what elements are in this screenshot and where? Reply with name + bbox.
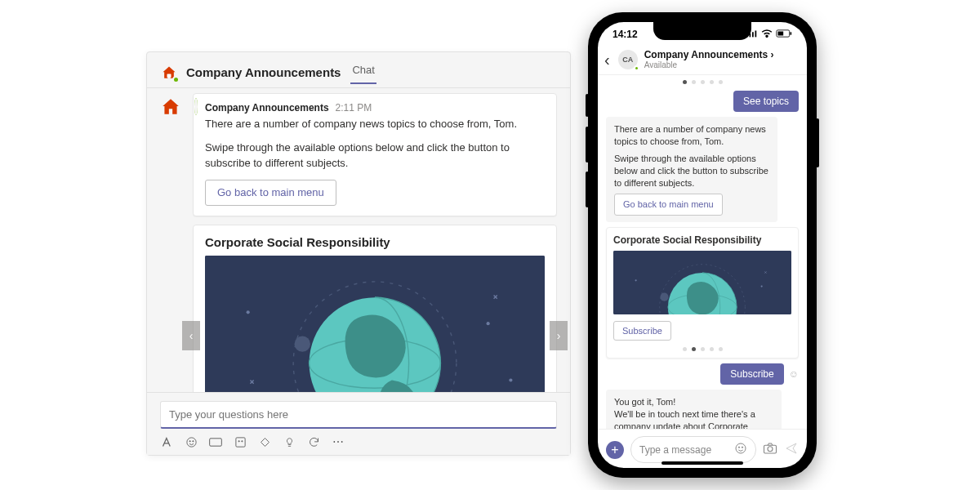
user-reply-row: Subscribe ☺ (720, 363, 799, 385)
wifi-icon (761, 29, 773, 40)
bot-avatar-small (160, 93, 185, 216)
carousel-pager-top (683, 80, 723, 84)
confirmation-bubble: You got it, Tom! We'll be in touch next … (606, 390, 782, 429)
home-indicator[interactable] (662, 461, 743, 465)
send-icon[interactable] (784, 442, 799, 458)
carousel-next-button[interactable]: › (550, 321, 568, 350)
phone-volume-up (586, 127, 589, 163)
svg-rect-14 (210, 438, 222, 445)
phone-chat-header: ‹ CA Company Announcements › Available (598, 47, 807, 75)
desktop-header: Company Announcements Chat (147, 52, 570, 88)
message-timestamp: 2:11 PM (336, 102, 372, 114)
format-icon[interactable] (160, 435, 173, 448)
subscribe-button[interactable]: Subscribe (613, 321, 671, 341)
svg-rect-20 (752, 32, 754, 37)
svg-point-12 (189, 440, 190, 441)
carousel-image (205, 256, 545, 392)
topic-card: Corporate Social Responsibility Subscrib… (606, 227, 799, 359)
phone-chat-body[interactable]: See topics There are a number of company… (598, 75, 807, 429)
desktop-compose-area: ⋯ (147, 392, 570, 455)
topic-carousel-card: Corporate Social Responsibility Subscrib… (193, 225, 557, 392)
confirm-line-1: You got it, Tom! (614, 396, 773, 408)
svg-rect-10 (167, 74, 172, 77)
card-title: Corporate Social Responsibility (613, 234, 791, 246)
svg-rect-15 (235, 437, 244, 446)
chat-title: Company Announcements (186, 65, 341, 79)
svg-point-26 (736, 443, 746, 453)
message-input[interactable] (160, 401, 557, 429)
back-to-menu-button[interactable]: Go back to main menu (614, 194, 723, 216)
bot-avatar (160, 64, 178, 82)
reaction-icon[interactable]: ☺ (789, 368, 799, 380)
message-line-2: Swipe through the available options belo… (205, 140, 545, 172)
add-attachment-button[interactable]: + (606, 441, 624, 459)
svg-point-28 (742, 447, 742, 448)
carousel-prev-button[interactable]: ‹ (182, 321, 200, 350)
svg-point-22 (766, 35, 768, 37)
phone-screen: 14:12 ‹ CA Company Announcements › Avail… (598, 22, 807, 468)
svg-point-17 (241, 440, 242, 441)
message-sender: Company Announcements (205, 102, 329, 114)
phone-notch (653, 22, 751, 40)
lightbulb-icon[interactable] (283, 435, 296, 448)
back-button[interactable]: ‹ (603, 51, 612, 69)
svg-point-13 (192, 440, 193, 441)
presence-available-icon (634, 65, 639, 71)
chevron-right-icon: › (771, 49, 774, 60)
teams-desktop-window: Company Announcements Chat Company Annou… (146, 51, 571, 456)
phone-mute-switch (586, 94, 589, 117)
svg-rect-25 (778, 32, 784, 36)
phone-chat-subtitle: Available (644, 60, 774, 69)
status-time: 14:12 (612, 29, 638, 40)
carousel-title: Corporate Social Responsibility (205, 235, 545, 249)
phone-power-button (816, 118, 819, 167)
battery-icon (776, 29, 792, 40)
phone-message-input[interactable]: Type a message (630, 436, 756, 463)
svg-point-11 (186, 437, 195, 446)
chevron-left-icon: ‹ (189, 329, 194, 342)
message-line-1: There are a number of company news topic… (205, 117, 545, 132)
emoji-icon[interactable] (734, 442, 747, 457)
presence-available-icon (194, 98, 198, 115)
bubble-line-1: There are a number of company news topic… (614, 123, 769, 148)
back-to-menu-button[interactable]: Go back to main menu (205, 180, 336, 207)
desktop-chat-body: Company Announcements 2:11 PM There are … (147, 88, 570, 392)
phone-volume-down (586, 172, 589, 207)
svg-point-30 (768, 446, 773, 451)
card-image (613, 251, 791, 314)
loop-icon[interactable] (307, 435, 320, 448)
svg-rect-21 (755, 31, 757, 38)
svg-point-16 (238, 440, 239, 441)
compose-toolbar: ⋯ (160, 435, 557, 448)
message-card: Company Announcements 2:11 PM There are … (193, 93, 557, 216)
sticker-icon[interactable] (234, 435, 247, 448)
svg-point-27 (738, 447, 739, 448)
input-placeholder: Type a message (639, 444, 711, 456)
more-icon[interactable]: ⋯ (332, 435, 345, 448)
bot-message: Company Announcements 2:11 PM There are … (160, 93, 557, 216)
svg-rect-24 (791, 32, 792, 34)
gif-icon[interactable] (209, 435, 222, 448)
confirm-line-2: We'll be in touch next time there's a co… (614, 408, 773, 429)
bot-avatar: CA (618, 50, 638, 69)
subscribe-chip[interactable]: Subscribe (720, 363, 783, 385)
carousel-pager (613, 347, 791, 351)
camera-icon[interactable] (763, 442, 777, 458)
presence-available-icon (172, 76, 180, 83)
bot-bubble: There are a number of company news topic… (606, 117, 777, 222)
emoji-icon[interactable] (185, 435, 198, 448)
extensions-icon[interactable] (258, 435, 271, 448)
see-topics-button[interactable]: See topics (733, 91, 799, 112)
phone-chat-title[interactable]: Company Announcements › (644, 50, 774, 60)
bubble-line-2: Swipe through the available options belo… (614, 153, 769, 189)
avatar-initials: CA (622, 56, 633, 64)
chevron-right-icon: › (557, 329, 561, 342)
tab-chat[interactable]: Chat (350, 60, 376, 84)
phone-device-frame: 14:12 ‹ CA Company Announcements › Avail… (588, 12, 817, 478)
